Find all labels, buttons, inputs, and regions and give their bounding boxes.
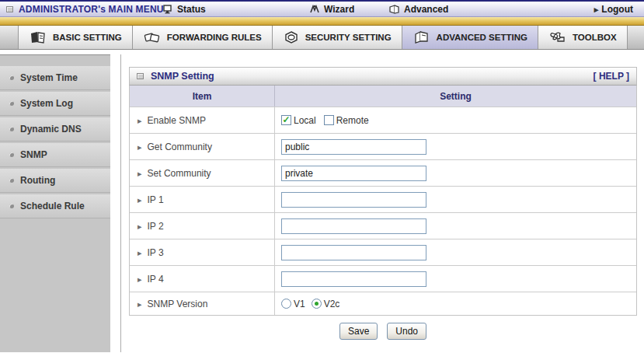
basic-setting-icon	[29, 30, 47, 44]
row-arrow-icon	[138, 247, 142, 258]
remote-checkbox-label: Remote	[336, 115, 369, 126]
remote-checkbox[interactable]	[324, 115, 334, 125]
ip2-input[interactable]	[281, 218, 426, 234]
row-arrow-icon	[138, 221, 142, 232]
help-link[interactable]: [ HELP ]	[594, 71, 629, 82]
sidebar-item-system-time[interactable]: System Time	[0, 66, 110, 90]
ip2-label: IP 2	[148, 221, 164, 232]
sidebar-content-gap	[110, 54, 120, 352]
logout-menu-item[interactable]: Logout	[594, 4, 633, 15]
undo-button[interactable]: Undo	[387, 323, 426, 340]
tab-advanced-setting[interactable]: ADVANCED SETTING	[402, 26, 538, 49]
panel-square-icon	[137, 73, 144, 79]
menu-square-icon	[6, 6, 13, 12]
v1-radio-label: V1	[294, 299, 305, 309]
sidebar-item-dynamic-dns[interactable]: Dynamic DNS	[0, 117, 110, 142]
tab-forwarding-rules[interactable]: FORWARDING RULES	[133, 26, 273, 49]
content-area: SNMP Setting [ HELP ] Item Setting Enabl…	[120, 54, 644, 352]
v2c-radio-label: V2c	[324, 299, 340, 309]
top-menu-bar: ADMINISTRATOR's MAIN MENU Status Wizard …	[0, 0, 644, 17]
forwarding-rules-icon	[143, 30, 162, 44]
row-arrow-icon	[138, 142, 142, 152]
form-button-row: Save Undo	[129, 316, 637, 340]
bullet-icon	[9, 127, 14, 131]
wizard-menu-item[interactable]: Wizard	[309, 4, 354, 15]
row-arrow-icon	[138, 194, 142, 205]
enable-snmp-label: Enable SNMP	[148, 115, 206, 126]
table-row: IP 3	[130, 239, 636, 265]
table-row: IP 4	[130, 265, 636, 292]
row-arrow-icon	[138, 299, 142, 309]
ip4-label: IP 4	[148, 274, 164, 285]
table-header-row: Item Setting	[130, 86, 636, 107]
v2c-radio[interactable]	[312, 299, 322, 309]
bullet-icon	[9, 152, 14, 157]
ip1-input[interactable]	[281, 192, 426, 208]
get-community-label: Get Community	[148, 142, 212, 152]
tab-toolbox[interactable]: TOOLBOX	[538, 26, 628, 49]
bullet-icon	[9, 178, 14, 183]
sidebar-item-system-log[interactable]: System Log	[0, 92, 110, 116]
panel-title: SNMP Setting	[151, 71, 214, 82]
advanced-menu-item[interactable]: Advanced	[388, 4, 448, 15]
status-menu-item[interactable]: Status	[163, 4, 206, 15]
save-button[interactable]: Save	[339, 323, 378, 340]
status-icon	[163, 5, 173, 14]
table-row: Get Community	[130, 133, 636, 159]
v1-radio[interactable]	[281, 299, 291, 309]
sidebar-item-routing[interactable]: Routing	[0, 169, 110, 193]
ip3-input[interactable]	[281, 245, 426, 260]
wizard-icon	[309, 5, 320, 14]
table-row: SNMP Version V1 V2c	[130, 292, 636, 315]
snmp-version-label: SNMP Version	[148, 299, 208, 309]
table-row: Set Community	[130, 159, 636, 186]
snmp-setting-panel: SNMP Setting [ HELP ] Item Setting Enabl…	[129, 67, 637, 340]
local-checkbox-label: Local	[294, 115, 316, 126]
column-header-item: Item	[130, 86, 275, 107]
snmp-settings-table: Item Setting Enable SNMP Local Remote	[129, 86, 637, 316]
set-community-input[interactable]	[281, 166, 426, 181]
ip4-input[interactable]	[281, 271, 426, 287]
column-header-setting: Setting	[275, 86, 636, 107]
main-region: System Time System Log Dynamic DNS SNMP …	[0, 50, 644, 352]
gold-divider-bar	[0, 17, 644, 26]
set-community-label: Set Community	[148, 168, 211, 179]
get-community-input[interactable]	[281, 139, 426, 155]
toolbox-icon	[548, 30, 567, 44]
bullet-icon	[9, 101, 14, 106]
main-tab-bar: BASIC SETTING FORWARDING RULES SECURITY …	[0, 26, 644, 50]
tab-basic-setting[interactable]: BASIC SETTING	[18, 26, 133, 49]
row-arrow-icon	[138, 168, 142, 179]
table-row: IP 2	[130, 212, 636, 239]
local-checkbox[interactable]	[281, 115, 291, 125]
table-row: IP 1	[130, 186, 636, 212]
bullet-icon	[9, 204, 14, 208]
advanced-icon	[388, 5, 400, 14]
row-arrow-icon	[138, 115, 142, 126]
ip1-label: IP 1	[148, 194, 164, 205]
row-arrow-icon	[138, 274, 142, 285]
security-setting-icon	[283, 30, 300, 44]
sidebar-nav: System Time System Log Dynamic DNS SNMP …	[0, 54, 110, 352]
sidebar-item-schedule-rule[interactable]: Schedule Rule	[0, 194, 110, 218]
tab-security-setting[interactable]: SECURITY SETTING	[273, 26, 402, 49]
panel-header: SNMP Setting [ HELP ]	[129, 67, 637, 86]
admin-main-menu-title: ADMINISTRATOR's MAIN MENU	[19, 4, 164, 15]
ip3-label: IP 3	[148, 247, 164, 258]
sidebar-item-snmp[interactable]: SNMP	[0, 143, 110, 167]
advanced-setting-icon	[413, 30, 431, 44]
table-row: Enable SNMP Local Remote	[130, 107, 636, 133]
bullet-icon	[9, 75, 14, 80]
